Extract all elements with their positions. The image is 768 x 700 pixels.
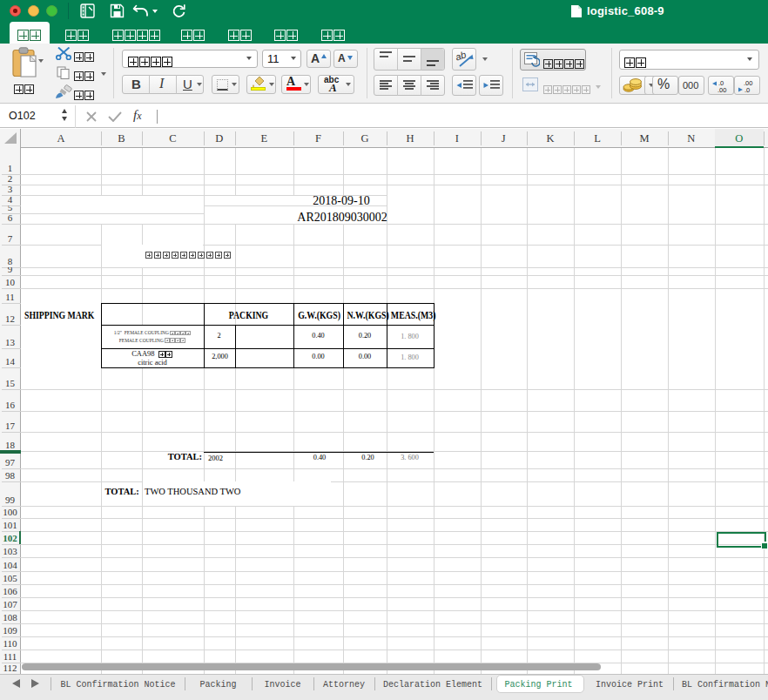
svg-text:.00: .00 (717, 86, 726, 94)
svg-text:.0: .0 (744, 86, 750, 94)
